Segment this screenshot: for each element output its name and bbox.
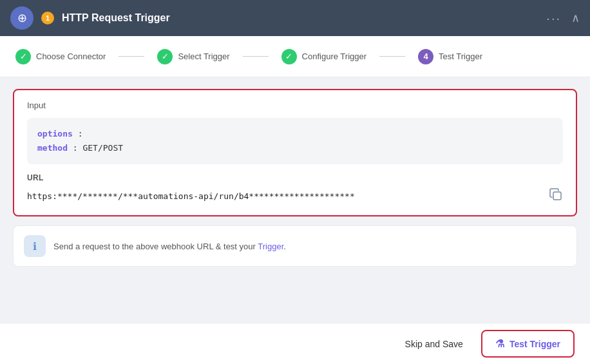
code-sep-1: :: [78, 129, 83, 139]
page-title: HTTP Request Trigger: [62, 12, 170, 24]
flask-icon: ⚗: [495, 338, 504, 350]
test-trigger-button[interactable]: ⚗ Test Trigger: [481, 330, 575, 358]
header-actions: ··· ∧: [546, 11, 580, 26]
url-row: https:****/*******/***automations-api/ru…: [27, 187, 563, 205]
step-badge: 1: [41, 12, 54, 24]
url-value: https:****/*******/***automations-api/ru…: [27, 191, 542, 201]
step-choose-connector[interactable]: ✓ Choose Connector: [15, 49, 119, 64]
step-select-trigger[interactable]: ✓ Select Trigger: [157, 49, 242, 64]
step-divider: [243, 56, 269, 57]
more-options-icon[interactable]: ···: [546, 11, 561, 26]
steps-bar: ✓ Choose Connector ✓ Select Trigger ✓ Co…: [0, 36, 590, 77]
main-content: Input options : method : GET/POST URL ht…: [0, 77, 590, 278]
code-key-options: options: [37, 129, 73, 139]
info-icon: ℹ: [33, 240, 37, 253]
info-bar: ℹ Send a request to the above webhook UR…: [13, 225, 577, 267]
test-trigger-label: Test Trigger: [509, 339, 560, 349]
step-divider: [119, 56, 144, 57]
step-configure-trigger[interactable]: ✓ Configure Trigger: [281, 49, 379, 64]
step-label: Test Trigger: [439, 52, 482, 61]
copy-icon[interactable]: [549, 187, 563, 205]
step-label: Configure Trigger: [302, 52, 366, 61]
header-left: ⊕ 1 HTTP Request Trigger: [10, 6, 170, 30]
header: ⊕ 1 HTTP Request Trigger ··· ∧: [0, 0, 590, 36]
step-done-icon: ✓: [281, 49, 297, 64]
input-card-title: Input: [27, 101, 563, 110]
svg-rect-0: [553, 192, 561, 200]
step-label: Select Trigger: [178, 52, 229, 61]
info-icon-wrap: ℹ: [24, 235, 46, 257]
url-section: URL https:****/*******/***automations-ap…: [27, 173, 563, 205]
info-text: Send a request to the above webhook URL …: [53, 242, 286, 251]
step-divider: [379, 56, 405, 57]
step-label: Choose Connector: [36, 52, 106, 61]
step-done-icon: ✓: [15, 49, 31, 64]
trigger-link[interactable]: Trigger: [258, 242, 283, 251]
code-key-method: method: [37, 143, 68, 153]
code-val-method: GET/POST: [82, 143, 123, 153]
skip-and-save-button[interactable]: Skip and Save: [397, 334, 471, 354]
app-logo-icon: ⊕: [10, 6, 33, 30]
step-done-icon: ✓: [157, 49, 173, 64]
url-label: URL: [27, 173, 563, 182]
step-test-trigger[interactable]: 4 Test Trigger: [418, 49, 495, 64]
code-block: options : method : GET/POST: [27, 118, 563, 164]
footer: Skip and Save ⚗ Test Trigger: [0, 323, 590, 364]
code-sep-2: :: [73, 143, 78, 153]
collapse-icon[interactable]: ∧: [571, 11, 580, 25]
step-active-num: 4: [418, 49, 433, 64]
input-card: Input options : method : GET/POST URL ht…: [13, 89, 577, 216]
